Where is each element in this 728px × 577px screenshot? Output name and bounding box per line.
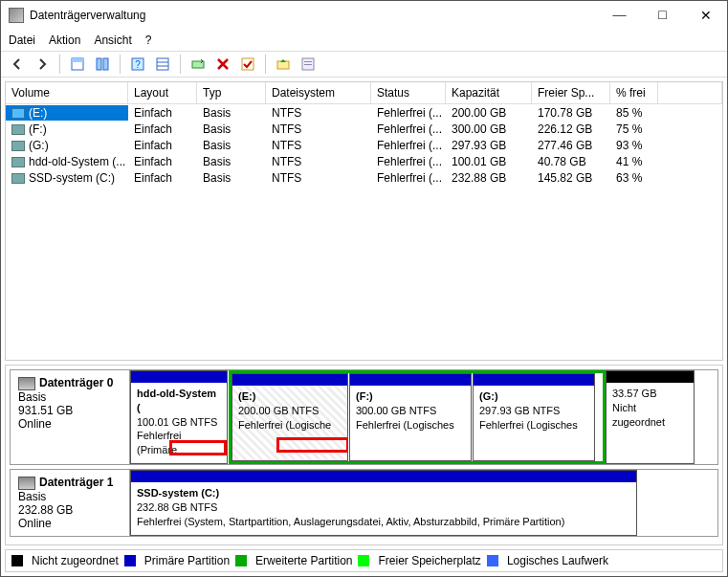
drive-icon [11,124,25,135]
svg-rect-6 [157,58,168,70]
volume-list-header: Volume Layout Typ Dateisystem Status Kap… [6,82,722,104]
maximize-button[interactable]: □ [641,2,684,29]
highlight-box [169,440,227,455]
toolbar-layout-icon[interactable] [92,54,113,75]
svg-rect-2 [97,58,101,70]
col-status[interactable]: Status [371,82,446,103]
volume-list: Volume Layout Typ Dateisystem Status Kap… [5,81,723,361]
partition[interactable]: hdd-old-System (100.01 GB NTFSFehlerfrei… [130,370,228,464]
window-title: Datenträgerverwaltung [30,9,598,22]
swatch-extended [235,555,247,566]
col-free[interactable]: Freier Sp... [532,82,610,103]
partition[interactable]: SSD-system (C:)232.88 GB NTFSFehlerfrei … [130,470,637,536]
svg-rect-10 [242,58,254,70]
menubar: Datei Aktion Ansicht ? [1,30,727,51]
toolbar-list-icon[interactable] [152,54,173,75]
legend-free: Freier Speicherplatz [378,554,480,567]
disk-icon [18,477,35,490]
swatch-primary [124,555,136,566]
col-pct[interactable]: % frei [610,82,658,103]
delete-icon[interactable] [212,54,233,75]
folder-up-icon[interactable] [273,54,294,75]
partition[interactable]: (G:)297.93 GB NTFSFehlerfrei (Logisches [473,373,595,461]
drive-icon [11,108,25,119]
titlebar: Datenträgerverwaltung — □ ✕ [1,1,727,30]
volume-row[interactable]: SSD-system (C:)EinfachBasisNTFSFehlerfre… [6,169,722,186]
swatch-logical [487,555,498,566]
swatch-unallocated [11,555,23,566]
legend-extended: Erweiterte Partition [255,554,352,567]
toolbar-view-icon[interactable] [67,54,88,75]
disk-row: Datenträger 1Basis232.88 GBOnlineSSD-sys… [10,469,718,537]
drive-icon [11,141,25,151]
swatch-free [358,555,369,566]
extended-partition-group: (E:)200.00 GB NTFSFehlerfrei (Logische(F… [229,370,606,464]
back-button[interactable] [7,54,28,75]
disk-map-panel: Datenträger 0Basis931.51 GBOnlinehdd-old… [5,365,723,545]
svg-rect-14 [304,64,312,65]
menu-action[interactable]: Aktion [49,33,80,47]
volume-row[interactable]: (G:)EinfachBasisNTFSFehlerfrei (...297.9… [6,137,722,153]
window: Datenträgerverwaltung — □ ✕ Datei Aktion… [0,0,728,577]
disk-map: hdd-old-System (100.01 GB NTFSFehlerfrei… [130,370,717,464]
col-type[interactable]: Typ [197,82,266,103]
svg-text:?: ? [135,59,141,70]
menu-view[interactable]: Ansicht [94,33,131,47]
menu-help[interactable]: ? [145,33,152,47]
svg-rect-13 [304,61,312,62]
check-icon[interactable] [237,54,258,75]
app-icon [9,8,24,23]
partition[interactable]: (E:)200.00 GB NTFSFehlerfrei (Logische [232,373,348,461]
col-spacer [658,82,722,103]
col-capacity[interactable]: Kapazität [446,82,532,103]
legend-logical: Logisches Laufwerk [507,554,608,567]
disk-label[interactable]: Datenträger 1Basis232.88 GBOnline [11,470,130,536]
col-fs[interactable]: Dateisystem [266,82,371,103]
disk-label[interactable]: Datenträger 0Basis931.51 GBOnline [11,370,130,464]
volume-rows[interactable]: (E:)EinfachBasisNTFSFehlerfrei (...200.0… [6,104,722,360]
svg-rect-1 [72,58,83,62]
highlight-box [276,437,348,453]
legend-primary: Primäre Partition [144,554,230,567]
legend-unallocated: Nicht zugeordnet [32,554,119,567]
disk-map: SSD-system (C:)232.88 GB NTFSFehlerfrei … [130,470,717,536]
toolbar: ? [1,51,727,78]
col-volume[interactable]: Volume [6,82,128,103]
forward-button[interactable] [32,54,53,75]
drive-icon [11,157,25,167]
drive-icon [11,173,25,184]
svg-rect-3 [103,58,108,70]
disk-icon [18,377,35,390]
svg-rect-11 [277,61,289,69]
col-layout[interactable]: Layout [128,82,197,103]
help-icon[interactable]: ? [127,54,148,75]
minimize-button[interactable]: — [598,2,641,29]
volume-row[interactable]: (F:)EinfachBasisNTFSFehlerfrei (...300.0… [6,121,722,137]
legend: Nicht zugeordnet Primäre Partition Erwei… [5,549,723,572]
disk-row: Datenträger 0Basis931.51 GBOnlinehdd-old… [10,369,718,465]
close-button[interactable]: ✕ [684,2,727,29]
volume-row[interactable]: (E:)EinfachBasisNTFSFehlerfrei (...200.0… [6,104,722,121]
refresh-icon[interactable] [188,54,209,75]
partition[interactable]: 33.57 GBNicht zugeordnet [606,370,695,464]
volume-row[interactable]: hdd-old-System (...EinfachBasisNTFSFehle… [6,153,722,169]
menu-file[interactable]: Datei [9,33,35,47]
partition[interactable]: (F:)300.00 GB NTFSFehlerfrei (Logisches [349,373,472,461]
properties-icon[interactable] [298,54,319,75]
